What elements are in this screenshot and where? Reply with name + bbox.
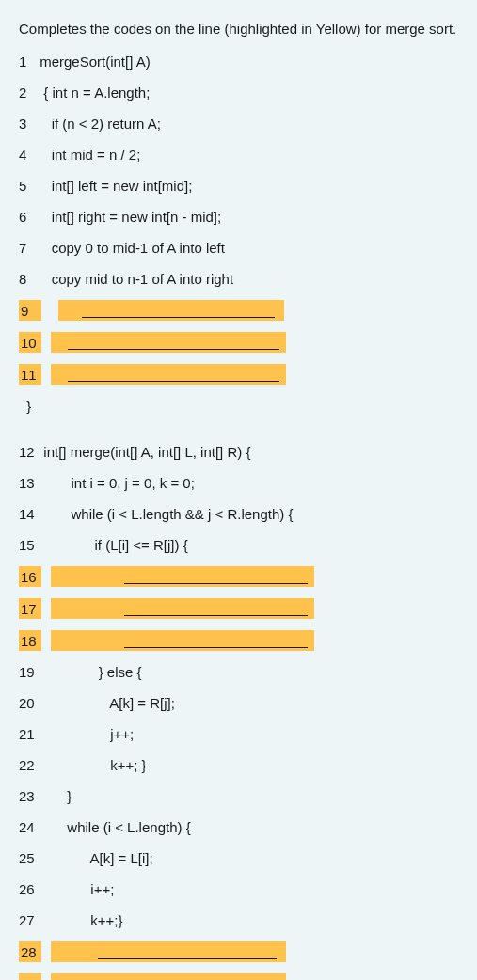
code-line: 2 { int n = A.length; [19, 83, 458, 103]
line-number: 19 [19, 662, 36, 682]
code-text: while (i < L.length && j < R.length) { [36, 506, 293, 522]
code-text: while (i < L.length) { [36, 819, 191, 835]
underline [124, 647, 308, 648]
line-number: 12 [19, 442, 36, 462]
code-line: 23 } [19, 786, 458, 806]
code-text: i++; [36, 881, 114, 897]
highlighted-line-number: 16 [19, 566, 41, 587]
question-prompt: Completes the codes on the line (highlig… [19, 19, 458, 39]
code-line: 1 mergeSort(int[] A) [19, 52, 458, 71]
line-number: 5 [19, 176, 36, 196]
code-text: k++; } [36, 757, 147, 773]
code-text: A[k] = L[i]; [36, 850, 153, 866]
line-number: 25 [19, 848, 36, 868]
highlighted-line-number: 29 [19, 973, 41, 980]
code-text: if (n < 2) return A; [36, 116, 161, 132]
line-number: 15 [19, 535, 36, 555]
code-line: 24 while (i < L.length) { [19, 817, 458, 837]
line-number: 13 [19, 473, 36, 493]
line-number: 7 [19, 238, 36, 258]
code-line: 4 int mid = n / 2; [19, 145, 458, 165]
code-line: 3 if (n < 2) return A; [19, 114, 458, 134]
underline [82, 317, 275, 318]
fill-in-blank[interactable] [51, 332, 286, 353]
code-text: } [36, 788, 72, 804]
code-line: 12 int[] merge(int[] A, int[] L, int[] R… [19, 442, 458, 462]
code-line: 26 i++; [19, 879, 458, 899]
highlighted-blank-line[interactable]: 18 [19, 630, 458, 651]
code-line: 6 int[] right = new int[n - mid]; [19, 207, 458, 227]
code-line: 19 } else { [19, 662, 458, 682]
underline [98, 958, 277, 959]
code-line: 25 A[k] = L[i]; [19, 848, 458, 868]
highlighted-line-number: 18 [19, 630, 41, 651]
code-close-brace: } [19, 396, 458, 416]
highlighted-blank-line[interactable]: 11 [19, 364, 458, 385]
line-number: 21 [19, 724, 36, 744]
line-number: 14 [19, 504, 36, 524]
line-number: 27 [19, 910, 36, 930]
highlighted-line-number: 11 [19, 364, 41, 385]
fill-in-blank[interactable] [51, 630, 314, 651]
line-number: 6 [19, 207, 36, 227]
highlighted-blank-line[interactable]: 29 [19, 973, 458, 980]
highlighted-line-number: 9 [19, 300, 41, 321]
code-text: mergeSort(int[] A) [36, 54, 151, 70]
highlighted-line-number: 10 [19, 332, 41, 353]
code-line: 21 j++; [19, 724, 458, 744]
highlighted-blank-line[interactable]: 16 [19, 566, 458, 587]
line-number: 3 [19, 114, 36, 134]
highlighted-blank-line[interactable]: 28 [19, 941, 458, 962]
code-text: j++; [36, 726, 134, 742]
line-number: 2 [19, 83, 36, 103]
code-line: 13 int i = 0, j = 0, k = 0; [19, 473, 458, 493]
line-number: 1 [19, 52, 36, 71]
line-number: 24 [19, 817, 36, 837]
line-number: 22 [19, 755, 36, 775]
code-text: A[k] = R[j]; [36, 695, 175, 711]
code-line: 7 copy 0 to mid-1 of A into left [19, 238, 458, 258]
fill-in-blank[interactable] [51, 973, 286, 980]
highlighted-line-number: 17 [19, 598, 41, 619]
code-text: copy 0 to mid-1 of A into left [36, 240, 225, 256]
highlighted-blank-line[interactable]: 10 [19, 332, 458, 353]
code-line: 22 k++; } [19, 755, 458, 775]
fill-in-blank[interactable] [51, 598, 314, 619]
code-line: 27 k++;} [19, 910, 458, 930]
code-line: 5 int[] left = new int[mid]; [19, 176, 458, 196]
code-line: 20 A[k] = R[j]; [19, 693, 458, 713]
code-line: 14 while (i < L.length && j < R.length) … [19, 504, 458, 524]
code-text: int[] right = new int[n - mid]; [36, 209, 221, 225]
line-number: 8 [19, 269, 36, 289]
underline [68, 381, 279, 382]
fill-in-blank[interactable] [51, 566, 314, 587]
code-text: } else { [36, 664, 142, 680]
highlighted-line-number: 28 [19, 941, 41, 962]
line-number: 26 [19, 879, 36, 899]
line-number: 4 [19, 145, 36, 165]
highlighted-blank-line[interactable]: 17 [19, 598, 458, 619]
underline [124, 583, 308, 584]
fill-in-blank[interactable] [51, 941, 286, 962]
code-text: int mid = n / 2; [36, 147, 140, 163]
code-text: int i = 0, j = 0, k = 0; [36, 475, 195, 491]
code-line: 8 copy mid to n-1 of A into right [19, 269, 458, 289]
fill-in-blank[interactable] [51, 364, 286, 385]
code-text: { int n = A.length; [36, 85, 150, 101]
code-text: int[] merge(int[] A, int[] L, int[] R) { [36, 444, 250, 460]
code-text: if (L[i] <= R[j]) { [36, 537, 188, 553]
code-text: k++;} [36, 912, 123, 928]
highlighted-blank-line[interactable]: 9 [19, 300, 458, 321]
code-text: int[] left = new int[mid]; [36, 178, 192, 194]
underline [124, 615, 308, 616]
line-number: 20 [19, 693, 36, 713]
code-text: copy mid to n-1 of A into right [36, 271, 233, 287]
line-number: 23 [19, 786, 36, 806]
fill-in-blank[interactable] [58, 300, 284, 321]
code-line: 15 if (L[i] <= R[j]) { [19, 535, 458, 555]
underline [68, 349, 279, 350]
